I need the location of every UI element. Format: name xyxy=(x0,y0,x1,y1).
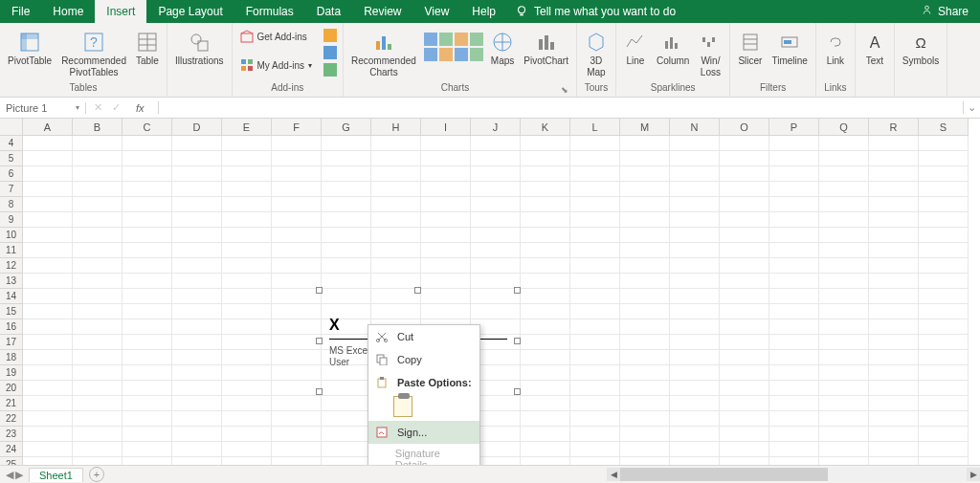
cell[interactable] xyxy=(322,228,371,243)
cell[interactable] xyxy=(720,396,769,411)
cell[interactable] xyxy=(222,274,272,289)
cell[interactable] xyxy=(720,243,769,258)
cell[interactable] xyxy=(521,228,570,243)
cell[interactable] xyxy=(570,289,620,304)
cell[interactable] xyxy=(720,289,769,304)
column-header[interactable]: N xyxy=(670,119,720,136)
cell[interactable] xyxy=(371,228,421,243)
cell[interactable] xyxy=(769,258,819,274)
cell[interactable] xyxy=(819,442,869,457)
column-header[interactable]: D xyxy=(172,119,222,136)
cell[interactable] xyxy=(172,258,222,274)
cell[interactable] xyxy=(73,319,122,335)
cell[interactable] xyxy=(222,396,272,411)
cell[interactable] xyxy=(122,411,172,427)
cell[interactable] xyxy=(23,304,73,319)
cell[interactable] xyxy=(670,304,720,319)
resize-handle[interactable] xyxy=(514,338,521,344)
cell[interactable] xyxy=(172,442,222,457)
row-header[interactable]: 8 xyxy=(0,197,23,212)
row-header[interactable]: 4 xyxy=(0,136,23,151)
resize-handle[interactable] xyxy=(514,388,521,395)
tab-review[interactable]: Review xyxy=(352,0,412,23)
cell[interactable] xyxy=(769,365,819,381)
horizontal-scrollbar[interactable]: ◀ ▶ xyxy=(607,468,980,481)
cell[interactable] xyxy=(272,365,322,381)
cell[interactable] xyxy=(23,335,73,350)
ctx-cut[interactable]: Cut xyxy=(368,325,479,348)
cell[interactable] xyxy=(570,304,620,319)
cell[interactable] xyxy=(122,457,172,465)
cell[interactable] xyxy=(869,427,919,442)
cell[interactable] xyxy=(23,166,73,182)
cell[interactable] xyxy=(272,350,322,365)
cell[interactable] xyxy=(570,457,620,465)
cell[interactable] xyxy=(371,166,421,182)
cell[interactable] xyxy=(222,258,272,274)
cell[interactable] xyxy=(122,289,172,304)
cell[interactable] xyxy=(620,381,670,396)
paste-option-button[interactable] xyxy=(393,396,412,417)
cell[interactable] xyxy=(222,212,272,228)
cell[interactable] xyxy=(73,243,122,258)
link-button[interactable]: Link xyxy=(822,29,849,69)
cell[interactable] xyxy=(222,151,272,166)
cell[interactable] xyxy=(322,427,371,442)
cell[interactable] xyxy=(322,197,371,212)
cell[interactable] xyxy=(919,319,969,335)
cell[interactable] xyxy=(869,166,919,182)
cell[interactable] xyxy=(720,258,769,274)
cell[interactable] xyxy=(73,212,122,228)
cell[interactable] xyxy=(73,335,122,350)
share-button[interactable]: Share xyxy=(921,4,969,19)
cell[interactable] xyxy=(73,197,122,212)
resize-handle[interactable] xyxy=(316,287,323,294)
cell[interactable] xyxy=(620,411,670,427)
cell[interactable] xyxy=(869,442,919,457)
resize-handle[interactable] xyxy=(514,287,521,294)
cell[interactable] xyxy=(122,151,172,166)
cell[interactable] xyxy=(421,258,471,274)
cell[interactable] xyxy=(819,411,869,427)
cell[interactable] xyxy=(521,304,570,319)
row-header[interactable]: 11 xyxy=(0,243,23,258)
cell[interactable] xyxy=(919,442,969,457)
cell[interactable] xyxy=(272,335,322,350)
cell[interactable] xyxy=(521,396,570,411)
cell[interactable] xyxy=(23,136,73,151)
column-header[interactable]: Q xyxy=(819,119,869,136)
cell[interactable] xyxy=(769,228,819,243)
cell[interactable] xyxy=(521,350,570,365)
cell[interactable] xyxy=(222,381,272,396)
cell[interactable] xyxy=(919,304,969,319)
cell[interactable] xyxy=(620,319,670,335)
cell[interactable] xyxy=(272,258,322,274)
row-header[interactable]: 23 xyxy=(0,427,23,442)
cell[interactable] xyxy=(122,136,172,151)
cell[interactable] xyxy=(322,212,371,228)
cell[interactable] xyxy=(371,212,421,228)
recommended-charts-button[interactable]: Recommended Charts xyxy=(349,29,418,80)
row-header[interactable]: 9 xyxy=(0,212,23,228)
cell[interactable] xyxy=(122,258,172,274)
cell[interactable] xyxy=(172,289,222,304)
cell[interactable] xyxy=(570,212,620,228)
cell[interactable] xyxy=(919,151,969,166)
cell[interactable] xyxy=(23,182,73,197)
row-header[interactable]: 12 xyxy=(0,258,23,274)
cell[interactable] xyxy=(769,427,819,442)
cell[interactable] xyxy=(222,365,272,381)
cell[interactable] xyxy=(620,457,670,465)
cell[interactable] xyxy=(122,243,172,258)
column-header[interactable]: E xyxy=(222,119,272,136)
scroll-right-icon[interactable]: ▶ xyxy=(967,468,980,481)
cell[interactable] xyxy=(272,289,322,304)
cell[interactable] xyxy=(23,197,73,212)
cell[interactable] xyxy=(471,136,521,151)
row-header[interactable]: 7 xyxy=(0,182,23,197)
cell[interactable] xyxy=(819,427,869,442)
cell[interactable] xyxy=(919,258,969,274)
cell[interactable] xyxy=(570,381,620,396)
cell[interactable] xyxy=(421,274,471,289)
scroll-track[interactable] xyxy=(620,468,967,481)
